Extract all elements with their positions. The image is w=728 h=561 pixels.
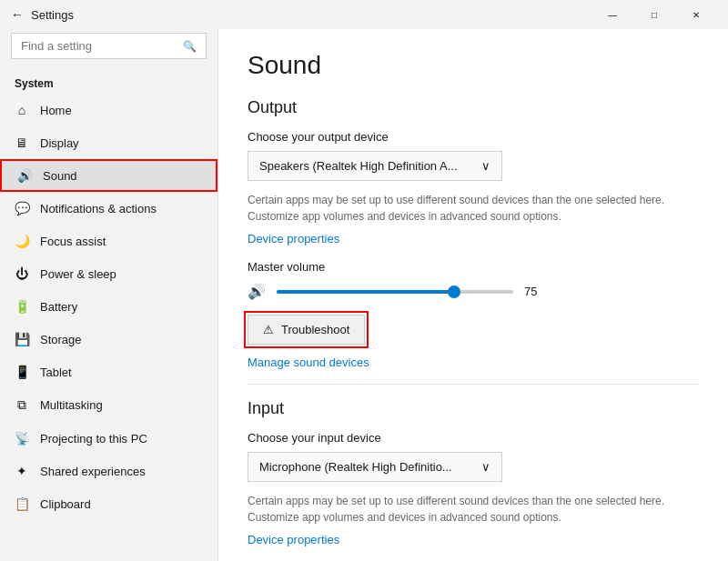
output-device-properties-link[interactable]: Device properties	[248, 232, 699, 245]
search-icon: 🔍	[183, 40, 197, 53]
clipboard-icon: 📋	[15, 496, 29, 511]
titlebar-title: Settings	[31, 8, 74, 22]
sidebar: 🔍 System ⌂ Home 🖥 Display 🔊 Sound 💬 Noti…	[0, 29, 218, 561]
page-title: Sound	[248, 51, 699, 80]
sidebar-item-label: Power & sleep	[40, 267, 116, 281]
sidebar-item-label: Storage	[40, 333, 82, 346]
back-icon[interactable]: ←	[11, 7, 24, 22]
volume-icon: 🔊	[248, 283, 266, 300]
maximize-button[interactable]: □	[633, 0, 675, 29]
sidebar-item-label: Shared experiences	[40, 465, 146, 478]
sidebar-section-label: System	[0, 70, 217, 94]
output-device-label: Choose your output device	[248, 130, 699, 144]
sidebar-item-notifications[interactable]: 💬 Notifications & actions	[0, 192, 217, 225]
volume-label: Master volume	[248, 260, 699, 274]
sidebar-item-display[interactable]: 🖥 Display	[0, 126, 217, 159]
sidebar-item-shared[interactable]: ✦ Shared experiences	[0, 455, 217, 487]
notifications-icon: 💬	[15, 201, 29, 215]
tablet-icon: 📱	[15, 365, 29, 379]
shared-icon: ✦	[15, 464, 29, 478]
sidebar-item-label: Display	[40, 136, 79, 150]
troubleshoot-label: Troubleshoot	[281, 323, 349, 336]
slider-thumb[interactable]	[448, 286, 460, 298]
manage-sound-link[interactable]: Manage sound devices	[248, 356, 699, 369]
chevron-down-icon: ∨	[481, 460, 490, 474]
titlebar-controls: — □ ✕	[592, 0, 717, 29]
input-description: Certain apps may be set up to use differ…	[248, 493, 699, 526]
volume-section: Master volume 🔊 75	[248, 260, 699, 300]
sidebar-item-label: Battery	[40, 300, 77, 314]
sidebar-item-label: Sound	[43, 169, 77, 183]
search-box[interactable]: 🔍	[11, 33, 207, 59]
sidebar-item-label: Projecting to this PC	[40, 432, 147, 446]
power-icon: ⏻	[15, 266, 29, 281]
volume-slider[interactable]	[277, 290, 513, 294]
input-device-properties-link[interactable]: Device properties	[248, 533, 699, 546]
sidebar-item-storage[interactable]: 💾 Storage	[0, 323, 217, 356]
search-input[interactable]	[21, 39, 176, 53]
section-divider	[248, 384, 699, 385]
sidebar-item-battery[interactable]: 🔋 Battery	[0, 290, 217, 323]
home-icon: ⌂	[15, 103, 29, 117]
troubleshoot-button[interactable]: ⚠ Troubleshoot	[248, 315, 365, 345]
focus-icon: 🌙	[15, 234, 29, 248]
sidebar-item-home[interactable]: ⌂ Home	[0, 94, 217, 126]
input-section: Input Choose your input device Microphon…	[248, 399, 699, 561]
main-layout: 🔍 System ⌂ Home 🖥 Display 🔊 Sound 💬 Noti…	[0, 29, 728, 561]
sidebar-item-sound[interactable]: 🔊 Sound	[0, 159, 217, 192]
input-title: Input	[248, 399, 699, 418]
warning-icon: ⚠	[263, 323, 274, 336]
output-device-value: Speakers (Realtek High Definition A...	[259, 159, 458, 173]
output-title: Output	[248, 98, 699, 117]
sidebar-item-label: Multitasking	[40, 398, 103, 412]
close-button[interactable]: ✕	[675, 0, 717, 29]
input-device-dropdown[interactable]: Microphone (Realtek High Definitio... ∨	[248, 452, 502, 482]
output-section: Output Choose your output device Speaker…	[248, 98, 699, 369]
sidebar-item-clipboard[interactable]: 📋 Clipboard	[0, 487, 217, 520]
sidebar-item-label: Home	[40, 104, 72, 117]
sidebar-item-projecting[interactable]: 📡 Projecting to this PC	[0, 422, 217, 455]
sidebar-item-label: Tablet	[40, 366, 72, 379]
input-device-value: Microphone (Realtek High Definitio...	[259, 460, 452, 474]
titlebar-left: ← Settings	[11, 7, 74, 22]
sidebar-item-power[interactable]: ⏻ Power & sleep	[0, 257, 217, 290]
slider-fill	[277, 290, 454, 294]
display-icon: 🖥	[15, 135, 29, 150]
multitasking-icon: ⧉	[15, 397, 29, 413]
projecting-icon: 📡	[15, 431, 29, 446]
titlebar: ← Settings — □ ✕	[0, 0, 728, 29]
sidebar-item-label: Focus assist	[40, 235, 106, 248]
output-device-dropdown[interactable]: Speakers (Realtek High Definition A... ∨	[248, 151, 502, 181]
input-device-label: Choose your input device	[248, 431, 699, 445]
sidebar-item-label: Clipboard	[40, 497, 91, 511]
volume-value: 75	[524, 285, 551, 298]
sidebar-item-label: Notifications & actions	[40, 202, 157, 215]
content-area: Sound Output Choose your output device S…	[218, 29, 728, 561]
chevron-down-icon: ∨	[481, 159, 490, 173]
output-description: Certain apps may be set up to use differ…	[248, 192, 699, 225]
volume-row: 🔊 75	[248, 283, 699, 300]
battery-icon: 🔋	[15, 299, 29, 314]
storage-icon: 💾	[15, 332, 29, 346]
sound-icon: 🔊	[17, 168, 32, 183]
minimize-button[interactable]: —	[592, 0, 633, 29]
sidebar-item-multitasking[interactable]: ⧉ Multitasking	[0, 388, 217, 422]
sidebar-item-focus[interactable]: 🌙 Focus assist	[0, 225, 217, 257]
sidebar-item-tablet[interactable]: 📱 Tablet	[0, 356, 217, 388]
